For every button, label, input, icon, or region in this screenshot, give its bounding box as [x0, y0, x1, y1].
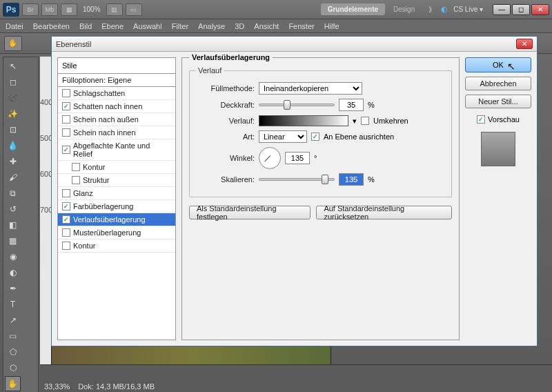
shape-tool[interactable]: ▭	[5, 329, 21, 344]
gradient-style-select[interactable]: Linear	[259, 130, 307, 143]
cancel-button[interactable]: Abbrechen	[465, 77, 531, 90]
lasso-tool[interactable]: ➰	[5, 90, 21, 106]
arrange-docs-button[interactable]: ▥	[106, 3, 123, 16]
style-checkbox[interactable]	[62, 215, 70, 224]
style-item-7[interactable]: Glanz	[58, 187, 175, 200]
3d-camera-tool[interactable]: ⬡	[5, 360, 21, 375]
close-button[interactable]: ✕	[531, 4, 549, 15]
opacity-input[interactable]: 35	[339, 99, 364, 111]
workspace-essentials[interactable]: Grundelemente	[321, 3, 385, 15]
style-item-8[interactable]: Farbüberlagerung	[58, 200, 175, 213]
menu-image[interactable]: Bild	[79, 22, 92, 30]
dodge-tool[interactable]: ◐	[5, 265, 21, 280]
style-label: Kontur	[83, 163, 105, 171]
hand-tool-preset[interactable]: ✋	[4, 36, 22, 51]
style-item-5[interactable]: Kontur	[58, 161, 175, 174]
blur-tool[interactable]: ◉	[5, 249, 21, 264]
menu-help[interactable]: Hilfe	[324, 22, 339, 30]
style-checkbox[interactable]	[62, 202, 70, 210]
style-checkbox[interactable]	[62, 146, 70, 154]
new-style-button[interactable]: Neuer Stil...	[465, 95, 531, 108]
scale-input[interactable]: 135	[339, 173, 364, 186]
menu-view[interactable]: Ansicht	[254, 22, 279, 30]
scale-slider[interactable]	[259, 178, 335, 181]
style-item-6[interactable]: Struktur	[58, 174, 175, 187]
gradient-label: Verlauf:	[199, 117, 255, 125]
gradient-tool[interactable]: ▦	[5, 233, 21, 248]
dialog-titlebar[interactable]: Ebenenstil ✕	[52, 37, 537, 52]
gradient-picker[interactable]	[259, 115, 348, 126]
ok-button[interactable]: OK↖	[465, 57, 531, 72]
status-zoom[interactable]: 33,33%	[44, 382, 70, 391]
opacity-slider[interactable]	[259, 104, 335, 106]
cslive-menu[interactable]: CS Live ▾	[451, 6, 486, 13]
menu-analysis[interactable]: Analyse	[198, 22, 225, 30]
style-item-0[interactable]: Schlagschatten	[58, 87, 175, 100]
style-item-2[interactable]: Schein nach außen	[58, 113, 175, 126]
menu-window[interactable]: Fenster	[288, 22, 314, 30]
3d-tool[interactable]: ⬠	[5, 344, 21, 360]
style-checkbox[interactable]	[72, 176, 80, 184]
hand-tool[interactable]: ✋	[5, 376, 21, 391]
zoom-display[interactable]: 100%	[80, 6, 103, 13]
style-item-11[interactable]: Kontur	[58, 239, 175, 253]
angle-input[interactable]: 135	[285, 152, 310, 164]
brush-tool[interactable]: 🖌	[5, 170, 21, 185]
marquee-tool[interactable]: ◻	[5, 75, 21, 90]
style-checkbox[interactable]	[62, 189, 70, 197]
bridge-button[interactable]: Br	[22, 3, 39, 16]
extras-button[interactable]: ▭	[126, 3, 142, 16]
crop-tool[interactable]: ⊡	[5, 122, 21, 137]
dialog-close-button[interactable]: ✕	[516, 39, 533, 49]
blend-mode-select[interactable]: Ineinanderkopieren	[259, 82, 362, 95]
menu-layer[interactable]: Ebene	[101, 22, 124, 30]
style-checkbox[interactable]	[62, 102, 70, 110]
toolbox: ↖◻ ➰✨ ⊡💧 ✚🖌 ⧉↺ ◧▦ ◉◐ ✒T ↗▭ ⬠⬡ ✋🔍	[3, 57, 39, 392]
style-item-10[interactable]: Musterüberlagerung	[58, 226, 175, 239]
style-item-3[interactable]: Schein nach innen	[58, 126, 175, 139]
make-default-button[interactable]: Als Standardeinstellung festlegen	[189, 206, 310, 219]
blend-options-item[interactable]: Fülloptionen: Eigene	[58, 74, 175, 87]
heal-tool[interactable]: ✚	[5, 154, 21, 169]
menu-select[interactable]: Auswahl	[133, 22, 162, 30]
style-checkbox[interactable]	[72, 163, 80, 171]
app-topbar: Ps Br Mb ▦ 100% ▥ ▭ Grundelemente Design…	[0, 0, 552, 19]
style-label: Schatten nach innen	[73, 102, 142, 110]
menu-3d[interactable]: 3D	[235, 22, 244, 30]
align-checkbox[interactable]	[311, 133, 319, 141]
path-tool[interactable]: ↗	[5, 313, 21, 328]
screen-mode-button[interactable]: ▦	[61, 3, 77, 16]
angle-dial[interactable]	[259, 147, 281, 169]
history-brush-tool[interactable]: ↺	[5, 202, 21, 217]
gradient-dropdown[interactable]: ▾	[353, 117, 357, 126]
menu-edit[interactable]: Bearbeiten	[33, 22, 70, 30]
style-label: Verlaufsüberlagerung	[73, 215, 146, 224]
wand-tool[interactable]: ✨	[5, 106, 21, 121]
reset-default-button[interactable]: Auf Standardeinstellung zurücksetzen	[316, 206, 452, 219]
style-checkbox[interactable]	[62, 115, 70, 124]
reverse-checkbox[interactable]	[361, 117, 369, 125]
status-doc[interactable]: Dok: 14,3 MB/16,3 MB	[78, 382, 155, 391]
style-checkbox[interactable]	[62, 242, 70, 250]
minibridge-button[interactable]: Mb	[41, 3, 58, 16]
style-checkbox[interactable]	[62, 89, 70, 97]
eraser-tool[interactable]: ◧	[5, 217, 21, 233]
move-tool[interactable]: ↖	[5, 59, 21, 74]
type-tool[interactable]: T	[5, 297, 21, 312]
minimize-button[interactable]: —	[493, 4, 511, 15]
style-item-1[interactable]: Schatten nach innen	[58, 100, 175, 113]
workspace-more[interactable]: ⟫	[423, 6, 438, 13]
menu-filter[interactable]: Filter	[172, 22, 188, 30]
style-checkbox[interactable]	[62, 128, 70, 137]
eyedropper-tool[interactable]: 💧	[5, 138, 21, 153]
pen-tool[interactable]: ✒	[5, 281, 21, 296]
workspace-design[interactable]: Design	[388, 6, 420, 13]
preview-checkbox[interactable]	[477, 115, 485, 124]
styles-header[interactable]: Stile	[58, 58, 175, 74]
menu-file[interactable]: Datei	[6, 22, 23, 30]
style-checkbox[interactable]	[62, 228, 70, 237]
style-item-4[interactable]: Abgeflachte Kante und Relief	[58, 139, 175, 161]
maximize-button[interactable]: ◻	[512, 4, 530, 15]
style-item-9[interactable]: Verlaufsüberlagerung	[58, 213, 175, 226]
stamp-tool[interactable]: ⧉	[5, 186, 21, 201]
